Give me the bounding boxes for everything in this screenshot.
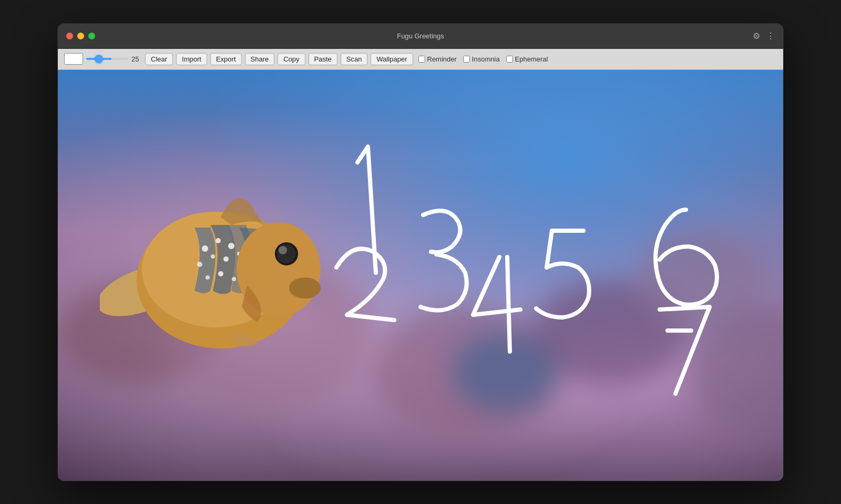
reminder-text: Reminder [427,55,457,63]
app-window: Fugu Greetings ⚙ ⋮ 25 Clear Import Expor… [58,24,783,481]
scan-button[interactable]: Scan [341,53,368,65]
insomnia-label[interactable]: Insomnia [463,55,500,63]
svg-point-12 [218,271,223,276]
background-scene: .hw-num { fill: none; stroke: white; str… [58,70,783,481]
clear-button[interactable]: Clear [145,53,173,65]
svg-point-11 [206,275,210,280]
svg-point-18 [289,277,321,299]
svg-point-17 [279,246,287,254]
size-slider-container: 25 [86,55,142,63]
pen-color-swatch[interactable] [64,53,83,65]
menu-icon[interactable]: ⋮ [766,31,775,41]
traffic-lights [66,33,95,39]
size-slider[interactable] [86,58,128,60]
extensions-icon[interactable]: ⚙ [753,31,760,41]
reminder-label[interactable]: Reminder [418,55,457,63]
number-1 [357,147,376,273]
paste-button[interactable]: Paste [309,53,337,65]
svg-point-7 [211,254,215,259]
import-button[interactable]: Import [176,53,207,65]
insomnia-checkbox[interactable] [463,56,470,63]
ephemeral-checkbox[interactable] [506,56,513,63]
slider-value: 25 [131,55,142,63]
window-title: Fugu Greetings [397,32,444,40]
coral-blob-5 [452,333,557,412]
svg-point-3 [202,245,208,252]
insomnia-text: Insomnia [472,55,500,63]
toolbar: 25 Clear Import Export Share Copy Paste … [58,49,783,70]
number-3 [420,211,467,310]
wallpaper-button[interactable]: Wallpaper [371,53,413,65]
copy-button[interactable]: Copy [278,53,305,65]
svg-point-13 [232,277,236,281]
reminder-checkbox[interactable] [418,56,425,63]
minimize-button[interactable] [77,33,84,39]
ephemeral-text: Ephemeral [515,55,548,63]
svg-point-8 [223,256,229,262]
fish-svg [100,143,321,385]
export-button[interactable]: Export [210,53,242,65]
ephemeral-label[interactable]: Ephemeral [506,55,548,63]
svg-point-4 [216,238,221,243]
fish-container [100,143,321,385]
canvas-area[interactable]: .hw-num { fill: none; stroke: white; str… [58,70,783,481]
svg-point-6 [197,262,202,267]
checkbox-group: Reminder Insomnia Ephemeral [418,55,548,63]
maximize-button[interactable] [88,33,95,39]
close-button[interactable] [66,33,73,39]
titlebar: Fugu Greetings ⚙ ⋮ [58,24,783,49]
svg-point-5 [228,243,234,249]
share-button[interactable]: Share [245,53,275,65]
titlebar-actions: ⚙ ⋮ [753,31,775,41]
